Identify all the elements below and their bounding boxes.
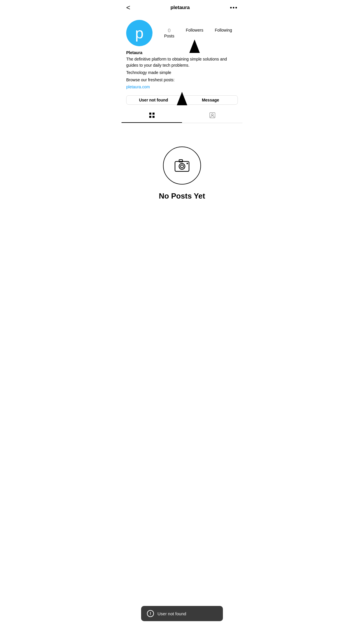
action-buttons-container: User not found Message xyxy=(122,93,242,108)
tab-grid[interactable] xyxy=(122,108,182,123)
followers-label: Followers xyxy=(186,28,203,32)
button-arrow-annotation xyxy=(177,92,187,105)
avatar: p xyxy=(126,20,152,46)
avatar-letter: p xyxy=(135,25,144,41)
no-posts-section: No Posts Yet xyxy=(122,123,242,218)
svg-point-8 xyxy=(181,165,183,168)
bio-line3: Browse our freshest posts: xyxy=(126,77,238,83)
posts-count: 0 xyxy=(168,28,170,34)
posts-label: Posts xyxy=(164,34,174,38)
camera-circle xyxy=(163,147,201,185)
following-label: Following xyxy=(215,28,232,32)
grid-icon xyxy=(148,112,155,119)
profile-section: p 0 Posts Followers Following xyxy=(122,15,242,46)
followers-arrow-annotation xyxy=(189,39,200,53)
bio-section: Pletaura The definitive platform to obta… xyxy=(122,50,242,93)
tagged-icon xyxy=(209,112,216,119)
svg-rect-9 xyxy=(179,160,183,162)
tab-bar xyxy=(122,108,242,123)
no-posts-title: No Posts Yet xyxy=(159,192,205,201)
svg-rect-2 xyxy=(149,116,151,118)
posts-stat[interactable]: 0 Posts xyxy=(164,28,174,38)
following-stat[interactable]: Following xyxy=(215,28,232,38)
page-title: pletaura xyxy=(170,5,190,11)
back-button[interactable]: < xyxy=(126,4,130,12)
profile-link[interactable]: pletaura.com xyxy=(126,85,150,89)
tab-tagged[interactable] xyxy=(182,108,242,123)
more-options-button[interactable]: ••• xyxy=(230,4,238,11)
camera-icon xyxy=(173,157,191,174)
svg-point-5 xyxy=(212,114,213,116)
followers-stat[interactable]: Followers xyxy=(186,28,203,38)
header: < pletaura ••• xyxy=(122,0,242,15)
profile-info-row: p 0 Posts Followers Following xyxy=(126,20,238,46)
bio-line1: The definitive platform to obtaining sim… xyxy=(126,56,238,68)
svg-point-7 xyxy=(179,163,185,169)
message-button[interactable]: Message xyxy=(183,95,238,105)
bio-line2: Technology made simple xyxy=(126,70,238,76)
svg-rect-0 xyxy=(149,113,151,115)
user-not-found-button[interactable]: User not found xyxy=(126,95,181,105)
stats-wrapper: 0 Posts Followers Following xyxy=(158,28,238,38)
svg-point-10 xyxy=(187,163,188,164)
svg-rect-3 xyxy=(152,116,155,118)
svg-rect-1 xyxy=(152,113,155,115)
profile-name: Pletaura xyxy=(126,50,238,55)
